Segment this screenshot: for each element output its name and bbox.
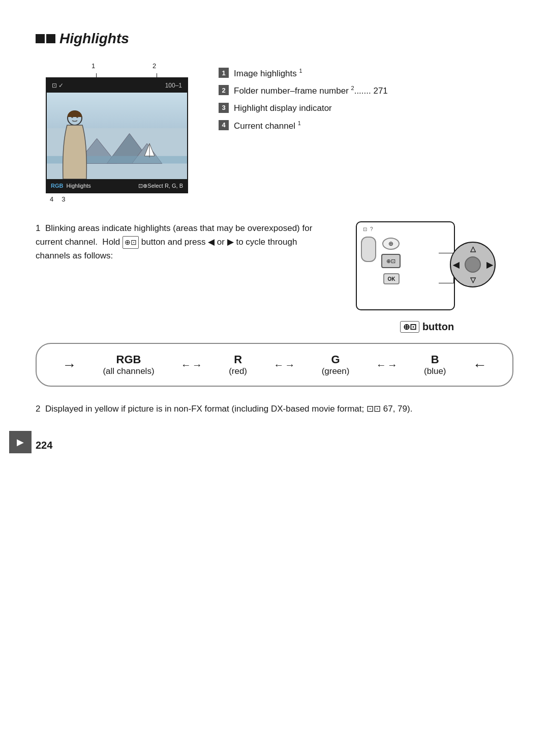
double-arrow-1: ← → [181,359,202,371]
annotation-2: 2 [152,62,156,70]
cam-icon-1: ⊡ [363,226,367,232]
cycle-channel-r: R (red) [229,353,247,376]
note-1: 1 Blinking areas indicate highlights (ar… [36,221,513,333]
legend-item-3: 3 Highlight display indicator [219,102,513,114]
dpad-center [465,256,481,273]
cycle-channel-b: B (blue) [424,353,446,376]
legend-list: 1 Image highlights 1 2 Folder number–fra… [219,62,513,137]
camera-bottombar-right: ⊡⊕Select R, G, B [138,183,183,189]
arrow-right-3: → [387,359,398,371]
camera-topbar-icons: ⊡ ✓ [52,82,64,89]
cycle-rgb-main: RGB [103,353,154,366]
note-1-diagram: ⊡ ? ⊕ ⊕⊡ OK [341,221,513,333]
play-symbol: ▶ [17,437,24,448]
scroll-wheel [361,237,376,262]
camera-bottombar: RGB Highlights ⊡⊕Select R, G, B [47,179,187,192]
camera-screen-wrap: 1 2 ⊡ ✓ 100–1 [36,62,198,203]
dpad-arrow-up: △ [470,245,476,253]
legend-num-3: 3 [219,103,229,113]
top-section: 1 2 ⊡ ✓ 100–1 [36,62,513,203]
cycle-r-sub: (red) [229,366,247,376]
cycle-channel-g: G (green) [322,353,350,376]
loop-arrow-right: ← [473,357,487,373]
page: Highlights 1 2 ⊡ ✓ [0,0,549,472]
note-number-2: 2 [36,404,45,414]
ok-button: OK [383,273,400,284]
hold-button-icon: ⊕⊡ [123,236,139,248]
q-button: ⊕ [382,238,400,250]
note-2: 2 Displayed in yellow if picture is in n… [36,402,513,416]
legend-text-2: Folder number–frame number 2....... 271 [234,84,388,97]
dpad-arrow-left: ◀ [453,260,459,270]
button-label: ⊕⊡ button [400,321,454,333]
legend-item-4: 4 Current channel 1 [219,120,513,132]
annotation-1: 1 [92,62,95,70]
person-figure [57,108,98,179]
camera-image-area [47,93,187,179]
arrow-left-2: ← [273,359,284,371]
cycle-channel-rgb: RGB (all channels) [103,353,154,376]
legend-text-1: Image highlights 1 [234,67,302,79]
camera-body-diagram: ⊡ ? ⊕ ⊕⊡ OK [356,221,498,318]
note-number-1: 1 [36,223,45,233]
playback-icon: ▶ [9,431,32,453]
dpad-outer: △ ▽ ◀ ▶ [450,242,496,287]
cycle-r-main: R [229,353,247,366]
page-number: 224 [36,440,52,451]
legend-num-2: 2 [219,85,229,95]
dpad-arrow-right: ▶ [486,260,493,270]
label-4: 4 [50,195,53,203]
cam-top-icons: ⊡ ? [363,226,373,232]
arrow-left-1: ← [181,359,191,371]
note-1-text: 1 Blinking areas indicate highlights (ar… [36,221,330,263]
dpad: △ ▽ ◀ ▶ [450,242,498,290]
cycle-rgb-sub: (all channels) [103,366,154,376]
camera-topbar: ⊡ ✓ 100–1 [47,78,187,93]
legend-num-1: 1 [219,68,229,78]
dpad-arrow-down: ▽ [470,276,476,284]
arrow-right-2: → [285,359,295,371]
double-arrow-3: ← → [376,359,398,371]
annotation-line-1 [96,73,97,77]
camera-bottombar-left: RGB Highlights [51,183,91,189]
button-text: button [422,321,454,333]
qe-button-icon: ⊕⊡ [400,321,419,333]
label-3: 3 [62,195,65,203]
cycle-section: → RGB (all channels) ← → R (red) ← → G (… [36,343,513,387]
cycle-b-main: B [424,353,446,366]
bottom-labels: 4 3 [50,195,198,203]
title-decoration [36,34,55,43]
legend-text-4: Current channel 1 [234,120,301,132]
cycle-b-sub: (blue) [424,366,446,376]
legend-item-1: 1 Image highlights 1 [219,67,513,79]
loop-arrow-left: → [62,357,76,373]
title-text: Highlights [59,31,129,47]
camera-screen: ⊡ ✓ 100–1 [46,77,188,193]
legend-num-4: 4 [219,120,229,130]
cycle-g-sub: (green) [322,366,350,376]
title-square-1 [36,34,45,43]
title-square-2 [46,34,55,43]
double-arrow-2: ← → [273,359,295,371]
page-title: Highlights [36,31,513,47]
legend-text-3: Highlight display indicator [234,102,332,114]
main-button: ⊕⊡ [381,254,401,268]
legend-item-2: 2 Folder number–frame number 2....... 27… [219,84,513,97]
arrow-left-3: ← [376,359,386,371]
arrow-right-1: → [192,359,202,371]
camera-body: ⊡ ? ⊕ ⊕⊡ OK [356,221,455,310]
cam-icon-2: ? [370,226,373,232]
annotation-line-2 [157,73,157,77]
camera-topbar-counter: 100–1 [165,82,182,89]
cycle-g-main: G [322,353,350,366]
